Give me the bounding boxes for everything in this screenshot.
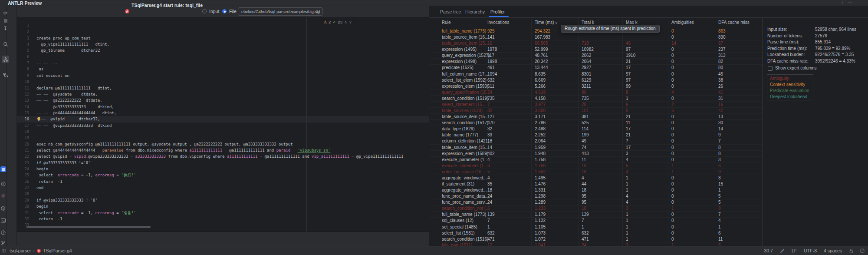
profiler-row[interactable]: search_condition (1516)4711.0724711011 <box>430 236 762 242</box>
show-expert-columns-label[interactable]: Show expert columns <box>775 66 817 70</box>
input-radio-label[interactable]: Input <box>209 9 219 14</box>
column-header-invocations[interactable]: Invocations <box>487 20 510 25</box>
cell: 42 <box>718 108 723 113</box>
cell: 1 <box>487 225 490 229</box>
cell: full_table_name (1775) <box>442 29 486 33</box>
window-icon[interactable] <box>2 248 6 253</box>
profiler-row[interactable]: expression (1495)197852.99910982970237 <box>430 46 762 53</box>
profiler-row[interactable]: func_proc_name_serv...241.28995405 <box>430 199 762 205</box>
profiler-row[interactable]: expression_elem (1589)4021.948413308 <box>430 151 762 157</box>
cell: 9 <box>718 169 721 174</box>
profiler-row[interactable]: sql_clauses (12)71.1227104 <box>430 218 762 224</box>
profiler-row[interactable]: data_type (1829)322.48811417014 <box>430 126 762 132</box>
refresh-icon[interactable]: ⟳ <box>2 10 9 17</box>
column-header-max-k[interactable]: Max k <box>626 20 638 25</box>
git-branch-toolwindow-icon[interactable] <box>0 240 6 246</box>
status-bar: tsql-parser › A TSqlParser.g4 30:7 LF UT… <box>0 246 868 255</box>
column-header-rule[interactable]: Rule <box>442 20 451 25</box>
folder-icon[interactable] <box>316 10 320 14</box>
scroll-to-source-icon[interactable]: ↧ <box>2 25 9 32</box>
cell: 16 <box>718 102 723 107</box>
file-radio-label[interactable]: File <box>229 9 237 14</box>
more-options-icon[interactable]: ⋮ <box>840 0 845 5</box>
tab-hierarchy[interactable]: Hierarchy <box>465 9 485 14</box>
indent-indicator[interactable]: 4 spaces <box>824 248 842 253</box>
column-header-time-ms-[interactable]: Time (ms) ∨ <box>535 20 558 25</box>
notifications-icon[interactable] <box>860 248 865 253</box>
search-icon[interactable] <box>2 40 9 48</box>
column-header-dfa-cache-miss[interactable]: DFA cache miss <box>718 20 750 25</box>
next-problem-icon[interactable]: ∨ <box>349 20 352 24</box>
caret-position[interactable]: 30:7 <box>764 248 773 253</box>
profiler-row[interactable]: table_sources (1523)823.6081015642 <box>430 108 762 114</box>
input-radio[interactable] <box>202 9 207 13</box>
profiler-row[interactable]: order_by_clause (16...51.55216419 <box>430 169 762 175</box>
profiler-row[interactable]: select_list (1581)6321.073632106 <box>430 230 762 236</box>
profiler-row[interactable]: expression_elem (1590)6115.266321199026 <box>430 83 762 89</box>
profiler-row[interactable]: full_table_name (1773)1391.179139107 <box>430 212 762 218</box>
gutter-line-number: 32 <box>17 216 29 222</box>
code-line: return -1 <box>36 216 62 222</box>
profiler-row[interactable]: query_expression (1527)11748.76120621910… <box>430 53 762 59</box>
encoding-indicator[interactable]: UTF-8 <box>804 248 817 253</box>
column-header-total-k[interactable]: Total k <box>582 20 594 25</box>
profiler-row[interactable]: aggregate_windowed...181.33118101 <box>430 187 762 193</box>
code-line: —— @vipid dtchar32, <box>36 116 100 122</box>
cell: 1.706 <box>535 163 546 168</box>
antlr-grammar-toolwindow-icon[interactable]: A <box>0 193 6 199</box>
profiler-row[interactable]: full_column_name (17...10948.63583019704… <box>430 71 762 77</box>
cell: 1.331 <box>535 188 546 192</box>
prev-problem-icon[interactable]: ∧ <box>344 20 347 24</box>
profiler-row[interactable]: if_statement (31)351.476441015 <box>430 181 762 187</box>
problems-toolwindow-icon[interactable] <box>0 230 6 235</box>
run-toolwindow-icon[interactable] <box>0 181 6 187</box>
profiler-row[interactable]: search_condition_not (...61.23318318 <box>430 205 762 212</box>
readonly-toggle-icon[interactable] <box>780 248 785 253</box>
profiler-row[interactable]: expression (1498)199820.342206421082 <box>430 59 762 65</box>
profiler-row[interactable]: set_special (1485)11.1051101 <box>430 224 762 230</box>
stop-icon[interactable] <box>2 17 9 24</box>
column-header-ambiguities[interactable]: Ambiguities <box>671 20 694 25</box>
cell: 95 <box>582 194 586 199</box>
tab-profiler[interactable]: Profiler <box>490 9 505 14</box>
code-editor[interactable]: 1234567891011121314151617181920212223242… <box>17 17 429 232</box>
profiler-view-icon[interactable] <box>2 56 9 63</box>
profiler-row[interactable]: table_source_item (15...141.959741708 <box>430 145 762 151</box>
profiler-row[interactable]: table_name (1777)332.2521992109 <box>430 132 762 138</box>
hide-panel-icon[interactable]: — <box>848 0 852 5</box>
cell: 294.322 <box>535 29 550 33</box>
horizontal-scrollbar-thumb[interactable] <box>26 226 151 228</box>
intention-bulb-icon[interactable] <box>37 117 41 122</box>
profiler-row[interactable]: func_proc_name_data...241.29895405 <box>430 193 762 199</box>
breadcrumb-file[interactable]: TSqlParser.g4 <box>43 248 72 253</box>
breadcrumb-project[interactable]: tsql-parser <box>10 248 31 253</box>
profiler-row[interactable]: predicate (1525)46113.444292717080 <box>430 65 762 71</box>
inspections-widget[interactable]: ⚠ 2 ✓ 23 ∧ ∨ <box>321 19 355 25</box>
terminal-toolwindow-icon[interactable] <box>0 218 6 223</box>
hierarchy-view-icon[interactable] <box>2 71 9 79</box>
profiler-row[interactable]: execute_parameter (1...41.75811403 <box>430 157 762 163</box>
file-path-input[interactable]: ebelice/Github/tsql-parser/examples/big.… <box>238 7 323 16</box>
profiler-row[interactable]: execute_statement (1...31.70619516 <box>430 163 762 169</box>
profiler-row[interactable]: query_specification (15...744.619968441 <box>430 89 762 96</box>
cell: 611 <box>487 84 494 89</box>
profiler-row[interactable]: column_definition (1421)182.06449707 <box>430 138 762 144</box>
profiler-row[interactable]: search_condition (1517)4702.78652511030 <box>430 120 762 126</box>
profiler-row[interactable]: search_condition (1519)7354.1587351031 <box>430 96 762 102</box>
code-line: begin <box>36 166 48 172</box>
profiler-row[interactable]: table_source_item (16...141167.9830830 <box>430 34 762 40</box>
lock-open-icon[interactable] <box>849 248 854 253</box>
tab-parse-tree[interactable]: Parse tree <box>440 9 461 14</box>
profiler-row[interactable]: aggregate_windowed...41.4954103 <box>430 175 762 181</box>
services-toolwindow-icon[interactable] <box>0 205 6 211</box>
gutter-line-number: 17 <box>17 123 29 129</box>
profiler-row[interactable]: select_statement (15...73.977286216 <box>430 102 762 108</box>
profiler-row[interactable]: select_list_elem (1592)6326.669612997038 <box>430 77 762 83</box>
cell: 4 <box>582 176 584 180</box>
profiler-row[interactable]: table_source_item (15...1273.17138121013 <box>430 114 762 120</box>
show-expert-columns-checkbox[interactable] <box>768 66 773 71</box>
antlr-preview-toolwindow-icon[interactable]: ▦ <box>0 166 6 172</box>
line-ending-indicator[interactable]: LF <box>792 248 797 253</box>
profiler-row[interactable]: table_source_item (15...1666.50571846148… <box>430 40 762 46</box>
file-radio[interactable] <box>222 9 227 13</box>
